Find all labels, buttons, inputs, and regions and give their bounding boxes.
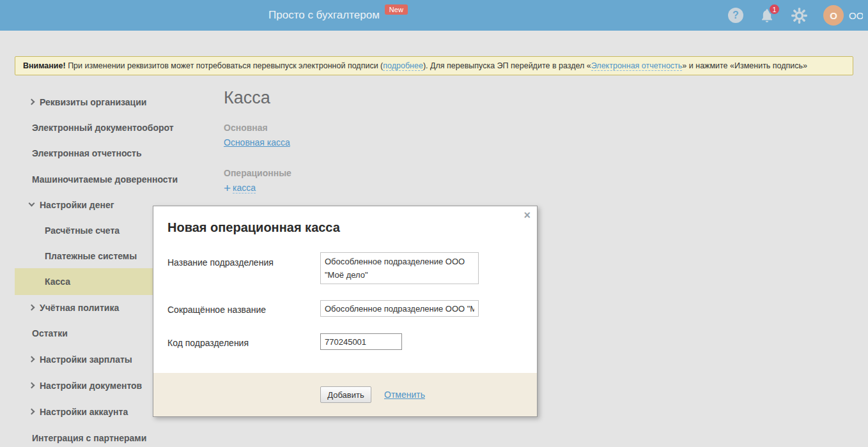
modal-title: Новая операционная касса [167, 220, 340, 235]
page-title: Касса [224, 88, 270, 108]
chevron-down-icon [29, 201, 35, 207]
sidebar-item-label: Интеграция с партнерами [32, 433, 146, 443]
new-cash-desk-modal: × Новая операционная касса Название подр… [153, 206, 538, 417]
warning-banner-text: При изменении реквизитов может потребова… [66, 61, 384, 70]
sidebar-item-elektronnyj-dokumentooborot[interactable]: Электронный документооборот [32, 121, 174, 134]
section-label-operacionnye: Операционные [224, 168, 291, 178]
division-name-field[interactable]: Обособленное подразделение ООО "Моё дело… [320, 252, 479, 284]
sidebar-item-rekvizity-organizacii[interactable]: Реквизиты организации [29, 96, 146, 109]
division-code-field[interactable] [320, 333, 402, 350]
add-button[interactable]: Добавить [320, 386, 371, 403]
short-name-field[interactable] [320, 300, 479, 317]
sidebar-item-kassa[interactable]: Касса [45, 275, 70, 288]
warning-banner-text: ). Для перевыпуска ЭП перейдите в раздел… [423, 61, 591, 70]
warning-banner: Внимание! При изменении реквизитов может… [15, 56, 853, 75]
chevron-right-icon [29, 409, 35, 415]
sidebar-item-label: Машиночитаемые доверенности [32, 174, 178, 185]
sidebar-item-elektronnaya-otchetnost[interactable]: Электронная отчетность [32, 147, 142, 160]
cancel-link[interactable]: Отменить [384, 390, 425, 400]
sidebar-item-label: Настройки аккаунта [40, 407, 128, 417]
sidebar-item-nastrojki-akkaunta[interactable]: Настройки аккаунта [29, 405, 128, 418]
short-name-label: Сокращённое название [167, 305, 266, 315]
close-icon[interactable]: × [523, 209, 531, 222]
user-menu[interactable]: О ОО [823, 5, 863, 26]
sidebar-item-label: Настройки денег [40, 200, 114, 210]
chevron-right-icon [29, 305, 35, 311]
section-label-osnovnaya: Основная [224, 123, 268, 133]
app-title: Просто с бухгалтером [268, 9, 380, 22]
sidebar-item-platezhnye-sistemy[interactable]: Платежные системы [45, 250, 137, 262]
division-name-label: Название подразделения [167, 257, 274, 268]
app-header: Просто с бухгалтером New ? 1 [0, 0, 868, 31]
division-code-label: Код подразделения [167, 338, 249, 348]
help-icon[interactable]: ? [728, 8, 743, 23]
plus-icon: + [224, 181, 231, 195]
sidebar-item-label: Учётная политика [40, 303, 119, 313]
sidebar-item-label: Остатки [32, 328, 68, 338]
sidebar-item-uchetnaya-politika[interactable]: Учётная политика [29, 301, 119, 314]
sidebar-item-integraciya-s-partnerami[interactable]: Интеграция с партнерами [32, 432, 146, 444]
add-cash-desk-label: касса [233, 183, 256, 193]
chevron-right-icon [29, 356, 35, 363]
modal-footer: Добавить Отменить [153, 373, 537, 416]
sidebar-item-nastrojki-zarplaty[interactable]: Настройки зарплаты [29, 353, 132, 366]
chevron-right-icon [29, 99, 35, 105]
chevron-right-icon [29, 383, 35, 389]
sidebar-item-label: Электронный документооборот [32, 123, 174, 133]
sidebar-item-label: Реквизиты организации [40, 97, 146, 107]
sidebar-item-ostatki[interactable]: Остатки [32, 327, 68, 340]
notification-count-badge: 1 [768, 3, 780, 15]
sidebar-item-nastrojki-deneg[interactable]: Настройки денег [29, 199, 114, 211]
warning-banner-bold: Внимание! [23, 61, 66, 70]
main-cash-desk-link[interactable]: Основная касса [224, 137, 290, 148]
more-details-link[interactable]: подробнее [383, 61, 423, 71]
sidebar-item-mashinochitaemye-doverennosti[interactable]: Машиночитаемые доверенности [32, 173, 178, 186]
sidebar-item-label: Электронная отчетность [32, 148, 142, 158]
sidebar-item-label: Настройки зарплаты [40, 354, 132, 365]
settings-gear-icon[interactable] [791, 7, 808, 24]
sidebar-item-label: Расчётные счета [45, 225, 120, 236]
sidebar-item-nastrojki-dokumentov[interactable]: Настройки документов [29, 379, 142, 392]
sidebar-item-label: Касса [45, 277, 70, 287]
sidebar-item-label: Платежные системы [45, 251, 137, 261]
sidebar-item-raschetnye-scheta[interactable]: Расчётные счета [45, 224, 120, 237]
warning-banner-text: » и нажмите «Изменить подпись» [682, 61, 807, 70]
new-badge: New [385, 4, 408, 15]
notifications-button[interactable]: 1 [759, 7, 775, 24]
electronic-reporting-link[interactable]: Электронная отчетность [591, 61, 683, 71]
sidebar-item-label: Настройки документов [40, 381, 142, 391]
add-cash-desk-link[interactable]: +касса [224, 181, 256, 195]
user-name: ОО [849, 10, 863, 21]
avatar[interactable]: О [823, 5, 844, 26]
